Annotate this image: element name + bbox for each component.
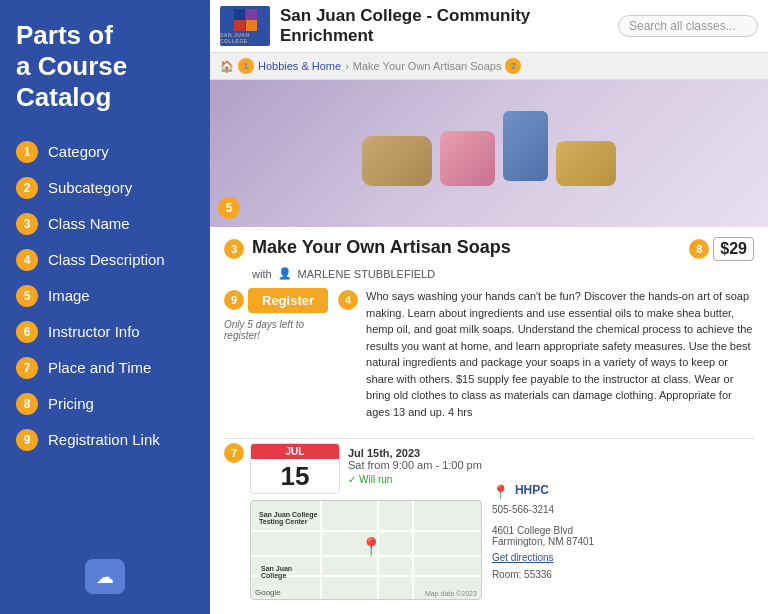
soap-image: [362, 111, 616, 196]
instructor-row: with 👤 MARLENE STUBBLEFIELD: [224, 267, 754, 280]
course-price: $29: [713, 237, 754, 261]
divider-1: [224, 438, 754, 439]
date-section: JUL 15 Jul 15th, 2023 Sat from 9:00 am -…: [250, 443, 482, 600]
map-label-testing: San Juan CollegeTesting Center: [259, 511, 317, 525]
sidebar-item-instructor-info[interactable]: 6 Instructor Info: [16, 314, 194, 350]
course-name-badge: 3: [224, 239, 244, 259]
schedule-location: 7 JUL 15 Jul 15th, 2023 Sat from 9:00 am…: [224, 443, 754, 600]
will-run-text: Will run: [359, 474, 392, 485]
register-wrapper: 9 Register Only 5 days left to register!: [224, 288, 328, 341]
instructor-text: with: [252, 268, 272, 280]
breadcrumb-current: Make Your Own Artisan Soaps: [353, 60, 502, 72]
badge-2: 2: [16, 177, 38, 199]
cloud-icon-container: ☁: [16, 539, 194, 594]
location-info: 📍 HHPC 505-566-3214 4601 College Blvd Fa…: [492, 483, 594, 600]
sidebar-item-class-description[interactable]: 4 Class Description: [16, 242, 194, 278]
registration-badge: 9: [224, 290, 244, 310]
room-info: Room: 55336: [492, 569, 594, 580]
date-card: JUL 15: [250, 443, 340, 494]
location-address-block: 4601 College Blvd Farmington, NM 87401 G…: [492, 525, 594, 565]
price-container: 8 $29: [689, 237, 754, 261]
badge-8: 8: [16, 393, 38, 415]
hobbies-link[interactable]: Hobbies & Home: [258, 60, 341, 72]
registration-row: 9 Register Only 5 days left to register!…: [224, 288, 754, 430]
sidebar-item-label: Category: [48, 143, 109, 160]
location-city: Farmington, NM 87401: [492, 536, 594, 547]
course-header-row: 3 Make Your Own Artisan Soaps 8 $29: [224, 237, 754, 261]
sidebar-title: Parts of a Course Catalog: [16, 20, 194, 114]
badge-3: 3: [16, 213, 38, 235]
badge-1: 1: [16, 141, 38, 163]
pricing-badge: 8: [689, 239, 709, 259]
person-icon: 👤: [278, 267, 292, 280]
soap-pink: [440, 131, 495, 186]
register-button[interactable]: Register: [248, 288, 328, 313]
sidebar-item-place-and-time[interactable]: 7 Place and Time: [16, 350, 194, 386]
place-time-badge: 7: [224, 443, 244, 463]
college-logo: SAN JUAN COLLEGE: [220, 6, 270, 46]
sidebar-item-pricing[interactable]: 8 Pricing: [16, 386, 194, 422]
hero-image: 5: [210, 80, 768, 227]
badge-4: 4: [16, 249, 38, 271]
soap-yellow: [556, 141, 616, 186]
sidebar-item-subcategory[interactable]: 2 Subcategory: [16, 170, 194, 206]
checkmark-icon: ✓: [348, 474, 356, 485]
sidebar-item-label: Place and Time: [48, 359, 151, 376]
course-description: Who says washing your hands can't be fun…: [366, 288, 754, 420]
description-section: 4 Who says washing your hands can't be f…: [338, 288, 754, 420]
content-area: SAN JUAN COLLEGE San Juan College - Comm…: [210, 0, 768, 614]
days-left: Only 5 days left to register!: [224, 319, 328, 341]
badge-7: 7: [16, 357, 38, 379]
badge-6: 6: [16, 321, 38, 343]
location-phone: 505-566-3214: [492, 504, 594, 515]
cloud-icon: ☁: [85, 559, 125, 594]
map-placeholder: San Juan CollegeTesting Center San JuanC…: [250, 500, 482, 600]
description-badge: 4: [338, 290, 358, 310]
sidebar-item-label: Instructor Info: [48, 323, 140, 340]
sidebar-item-label: Class Name: [48, 215, 130, 232]
date-area: 7 JUL 15 Jul 15th, 2023 Sat from 9:00 am…: [224, 443, 482, 600]
sidebar-item-label: Class Description: [48, 251, 165, 268]
sidebar-item-label: Image: [48, 287, 90, 304]
date-full: Jul 15th, 2023: [348, 447, 482, 459]
date-day: 15: [251, 459, 339, 493]
map-pin: 📍: [360, 536, 382, 558]
sidebar-item-registration-link[interactable]: 9 Registration Link: [16, 422, 194, 458]
breadcrumb-badge-1: 1: [238, 58, 254, 74]
map-grid: San Juan CollegeTesting Center San JuanC…: [251, 501, 481, 599]
sidebar-item-category[interactable]: 1 Category: [16, 134, 194, 170]
soap-brown: [362, 136, 432, 186]
location-name-row: 📍 HHPC: [492, 483, 594, 500]
sidebar-item-image[interactable]: 5 Image: [16, 278, 194, 314]
sidebar: Parts of a Course Catalog 1 Category 2 S…: [0, 0, 210, 614]
course-detail: 3 Make Your Own Artisan Soaps 8 $29 with…: [210, 227, 768, 614]
location-name: HHPC: [515, 483, 549, 497]
class-time: Sat from 9:00 am - 1:00 pm: [348, 459, 482, 471]
directions-link[interactable]: Get directions: [492, 552, 554, 563]
map-data-label: Map data ©2023: [425, 590, 477, 597]
soap-blue: [503, 111, 548, 181]
breadcrumb-separator: ›: [345, 60, 349, 72]
badge-9: 9: [16, 429, 38, 451]
image-badge-5: 5: [218, 197, 240, 219]
badge-5: 5: [16, 285, 38, 307]
instructor-name: MARLENE STUBBLEFIELD: [298, 268, 436, 280]
header: SAN JUAN COLLEGE San Juan College - Comm…: [210, 0, 768, 53]
location-address: 4601 College Blvd: [492, 525, 594, 536]
search-input[interactable]: Search all classes...: [618, 15, 758, 37]
sidebar-item-label: Pricing: [48, 395, 94, 412]
home-icon: 🏠: [220, 60, 234, 73]
header-title: San Juan College - Community Enrichment: [280, 6, 608, 46]
sidebar-item-label: Registration Link: [48, 431, 160, 448]
sidebar-item-label: Subcategory: [48, 179, 132, 196]
will-run: ✓ Will run: [348, 474, 482, 485]
google-label: Google: [255, 588, 281, 597]
breadcrumb: 🏠 1 Hobbies & Home › Make Your Own Artis…: [210, 53, 768, 80]
course-title: Make Your Own Artisan Soaps: [252, 237, 681, 258]
date-info: Jul 15th, 2023 Sat from 9:00 am - 1:00 p…: [348, 447, 482, 485]
date-month: JUL: [251, 444, 339, 459]
sidebar-item-class-name[interactable]: 3 Class Name: [16, 206, 194, 242]
main-content: 5 3 Make Your Own Artisan Soaps 8 $29 wi…: [210, 80, 768, 614]
map-label-college: San JuanCollege: [261, 565, 292, 579]
breadcrumb-badge-2: 2: [505, 58, 521, 74]
